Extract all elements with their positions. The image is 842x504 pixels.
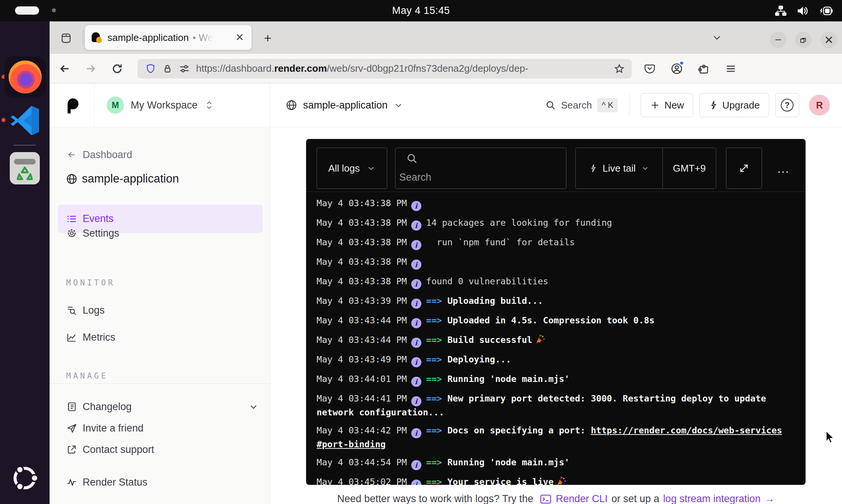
render-cli-link[interactable]: Render CLI (556, 493, 608, 504)
pocket-button[interactable] (639, 59, 660, 78)
info-icon (411, 318, 421, 328)
lock-icon[interactable] (162, 63, 173, 74)
log-search-box[interactable] (395, 148, 566, 189)
window-close-button[interactable]: ✕ (821, 32, 837, 48)
bookmark-star-icon[interactable] (614, 63, 625, 74)
upgrade-button[interactable]: Upgrade (699, 93, 769, 117)
trash-dock-icon[interactable] (10, 152, 40, 184)
firefox-view-button[interactable] (57, 30, 75, 45)
log-row: May 4 03:43:44 PM==> Uploaded in 4.5s. C… (317, 314, 782, 328)
tab-list-chevron-icon[interactable] (711, 33, 723, 42)
window-restore-button[interactable] (795, 32, 812, 48)
permissions-toggles-icon[interactable] (179, 63, 190, 74)
mouse-cursor (825, 431, 836, 444)
expand-icon (738, 162, 750, 175)
log-row: May 4 03:43:38 PM (317, 256, 782, 270)
log-message: ==> Uploaded in 4.5s. Compression took 0… (426, 315, 655, 326)
sidebar-item-invite[interactable]: Invite a friend (50, 418, 270, 439)
vscode-running-dot (2, 118, 6, 122)
chevron-down-icon (367, 164, 376, 173)
window-minimize-button[interactable]: − (770, 32, 786, 48)
back-button[interactable] (55, 59, 74, 78)
new-button[interactable]: New (641, 93, 693, 117)
info-icon (411, 260, 421, 270)
account-button[interactable] (666, 59, 687, 78)
sidebar-item-settings[interactable]: Settings (50, 223, 270, 244)
account-avatar[interactable]: R (809, 95, 830, 116)
system-clock[interactable]: May 4 15:45 (0, 0, 842, 21)
sidebar-item-render-status[interactable]: Render Status (50, 472, 270, 493)
firefox-dock-icon[interactable] (5, 56, 46, 98)
search-shortcut: ^ K (597, 98, 618, 112)
chevron-updown-icon (204, 100, 214, 111)
globe-icon (286, 100, 297, 111)
log-toolbar: All logs Live tail (306, 139, 806, 192)
log-timestamp: May 4 03:43:38 PM (317, 198, 407, 208)
timezone-button[interactable]: GMT+9 (663, 148, 716, 189)
url-bar[interactable]: https://dashboard.render.com/web/srv-d0b… (137, 59, 632, 78)
log-timestamp: May 4 03:43:38 PM (317, 257, 407, 267)
network-icon (774, 5, 787, 17)
sidebar-item-metrics[interactable]: Metrics (50, 327, 270, 348)
info-icon (411, 299, 421, 309)
sidebar-service-name[interactable]: sample-application (50, 168, 270, 189)
log-timestamp: May 4 03:43:44 PM (317, 335, 407, 345)
footer-text: Need better ways to work with logs? Try … (337, 493, 533, 504)
ubuntu-dock-icon[interactable] (10, 463, 40, 493)
log-filter-dropdown[interactable]: All logs (317, 148, 387, 189)
tab-close-icon[interactable]: ✕ (233, 32, 246, 44)
expand-logs-button[interactable] (726, 148, 762, 189)
log-timestamp: May 4 03:43:38 PM (317, 217, 407, 228)
footer-arrow: → (764, 493, 774, 504)
render-logo-cell[interactable] (50, 83, 95, 127)
workspace-avatar: M (107, 97, 124, 114)
changelog-chevron-icon[interactable] (248, 401, 259, 412)
extensions-button[interactable] (693, 59, 714, 78)
log-row: May 4 03:43:44 PM==> Build successful (317, 334, 782, 348)
log-more-button[interactable]: … (770, 148, 797, 189)
info-icon (411, 480, 421, 485)
active-tab[interactable]: sample-application • We ✕ (85, 25, 252, 50)
sidebar-item-logs[interactable]: Logs (50, 300, 270, 321)
volume-icon (796, 5, 809, 17)
menu-button[interactable] (720, 59, 741, 78)
header-divider (629, 94, 629, 117)
vscode-dock-icon[interactable] (8, 104, 42, 137)
log-timestamp: May 4 03:45:02 PM (317, 477, 407, 485)
back-arrow-icon (66, 150, 77, 160)
log-message: run `npm fund` for details (426, 237, 575, 247)
reload-button[interactable] (107, 59, 127, 78)
log-arrow-prefix: ==> (426, 457, 448, 468)
global-search[interactable]: Search ^ K (545, 98, 618, 112)
sidebar-item-dashboard[interactable]: Dashboard (50, 144, 270, 165)
log-search-input[interactable] (399, 169, 557, 186)
live-tail-button[interactable]: Live tail (576, 148, 663, 189)
sidebar-item-support[interactable]: Contact support (50, 439, 270, 460)
battery-charging-icon (818, 5, 834, 17)
system-tray[interactable] (774, 0, 834, 21)
forward-button[interactable] (81, 59, 101, 78)
trash-lid (14, 159, 36, 164)
workspace-switcher[interactable]: M My Workspace (95, 83, 270, 127)
info-icon (411, 201, 421, 211)
log-message: ==> Your service is live (426, 477, 567, 485)
sidebar-item-changelog[interactable]: Changelog (50, 396, 270, 417)
log-timestamp: May 4 03:44:54 PM (317, 457, 407, 468)
help-button[interactable]: ? (775, 93, 799, 117)
log-row: May 4 03:43:39 PM==> Uploading build... (317, 295, 782, 309)
log-message: found 0 vulnerabilities (426, 276, 548, 287)
log-timestamp: May 4 03:44:41 PM (317, 393, 407, 404)
search-icon (406, 152, 418, 164)
dock-divider (14, 145, 36, 146)
log-timestamp: May 4 03:43:38 PM (317, 276, 407, 287)
tracking-shield-icon[interactable] (145, 63, 156, 75)
new-tab-button[interactable]: + (259, 30, 276, 46)
workspace-name: My Workspace (131, 100, 198, 111)
log-rows: May 4 03:43:38 PMMay 4 03:43:38 PM14 pac… (306, 192, 806, 485)
log-stream-link[interactable]: log stream integration (663, 493, 761, 504)
tab-subtitle: • We (193, 32, 213, 44)
log-message: ==> Running 'node main.mjs' (426, 457, 570, 468)
recycle-icon (16, 166, 33, 182)
service-selector-chevron[interactable] (394, 100, 403, 110)
hamburger-icon (725, 63, 736, 74)
